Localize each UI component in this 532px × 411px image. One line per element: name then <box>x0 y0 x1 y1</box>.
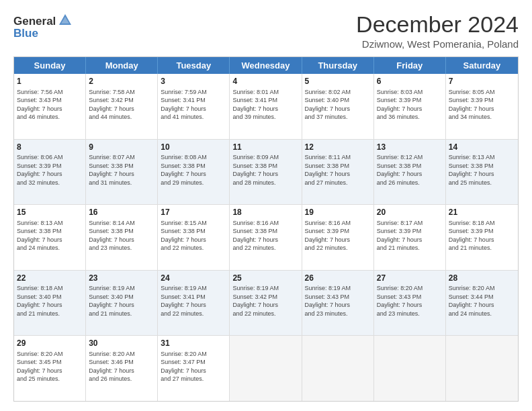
logo-icon <box>58 13 73 28</box>
sun-info: Sunrise: 8:19 AM Sunset: 3:42 PM Dayligh… <box>232 284 298 318</box>
day-thursday: Thursday <box>302 57 374 74</box>
cal-cell: 25Sunrise: 8:19 AM Sunset: 3:42 PM Dayli… <box>230 271 302 336</box>
cal-week-4: 22Sunrise: 8:18 AM Sunset: 3:40 PM Dayli… <box>14 271 518 336</box>
day-number: 14 <box>449 142 515 152</box>
sun-info: Sunrise: 8:19 AM Sunset: 3:43 PM Dayligh… <box>305 284 371 318</box>
day-number: 30 <box>89 338 154 349</box>
sun-info: Sunrise: 8:20 AM Sunset: 3:43 PM Dayligh… <box>377 284 443 318</box>
sun-info: Sunrise: 8:13 AM Sunset: 3:38 PM Dayligh… <box>449 153 515 187</box>
sun-info: Sunrise: 8:17 AM Sunset: 3:39 PM Dayligh… <box>377 219 443 253</box>
sun-info: Sunrise: 8:15 AM Sunset: 3:38 PM Dayligh… <box>161 219 226 253</box>
day-number: 21 <box>449 207 515 218</box>
day-number: 13 <box>377 142 443 152</box>
day-number: 29 <box>17 338 83 349</box>
cal-cell: 15Sunrise: 8:13 AM Sunset: 3:38 PM Dayli… <box>14 205 86 270</box>
cal-cell: 29Sunrise: 8:20 AM Sunset: 3:45 PM Dayli… <box>14 336 86 401</box>
sun-info: Sunrise: 8:16 AM Sunset: 3:38 PM Dayligh… <box>232 219 298 253</box>
cal-cell: 8Sunrise: 8:06 AM Sunset: 3:39 PM Daylig… <box>14 140 86 205</box>
cal-cell: 2Sunrise: 7:58 AM Sunset: 3:42 PM Daylig… <box>86 74 158 139</box>
sun-info: Sunrise: 8:07 AM Sunset: 3:38 PM Dayligh… <box>89 153 154 187</box>
day-number: 10 <box>161 142 226 152</box>
day-number: 24 <box>161 273 226 283</box>
cal-cell: 4Sunrise: 8:01 AM Sunset: 3:41 PM Daylig… <box>230 74 302 139</box>
cal-cell: 11Sunrise: 8:09 AM Sunset: 3:38 PM Dayli… <box>230 140 302 205</box>
sun-info: Sunrise: 8:16 AM Sunset: 3:39 PM Dayligh… <box>305 219 371 253</box>
logo-text: General <box>13 15 56 28</box>
day-number: 6 <box>377 76 443 87</box>
sun-info: Sunrise: 8:06 AM Sunset: 3:39 PM Dayligh… <box>17 153 83 187</box>
calendar: Sunday Monday Tuesday Wednesday Thursday… <box>13 56 519 402</box>
day-number: 19 <box>305 207 371 218</box>
cal-cell: 3Sunrise: 7:59 AM Sunset: 3:41 PM Daylig… <box>158 74 230 139</box>
cal-cell: 16Sunrise: 8:14 AM Sunset: 3:38 PM Dayli… <box>86 205 158 270</box>
day-number: 25 <box>232 273 298 283</box>
day-monday: Monday <box>86 57 158 74</box>
cal-cell: 27Sunrise: 8:20 AM Sunset: 3:43 PM Dayli… <box>374 271 446 336</box>
cal-cell: 22Sunrise: 8:18 AM Sunset: 3:40 PM Dayli… <box>14 271 86 336</box>
cal-cell: 30Sunrise: 8:20 AM Sunset: 3:46 PM Dayli… <box>86 336 158 401</box>
cal-cell <box>374 336 446 401</box>
day-number: 4 <box>232 76 298 87</box>
sun-info: Sunrise: 8:20 AM Sunset: 3:46 PM Dayligh… <box>89 350 154 383</box>
day-number: 11 <box>232 142 298 152</box>
cal-cell: 6Sunrise: 8:03 AM Sunset: 3:39 PM Daylig… <box>374 74 446 139</box>
sun-info: Sunrise: 8:11 AM Sunset: 3:38 PM Dayligh… <box>305 153 371 187</box>
calendar-header: Sunday Monday Tuesday Wednesday Thursday… <box>14 57 518 74</box>
cal-cell: 9Sunrise: 8:07 AM Sunset: 3:38 PM Daylig… <box>86 140 158 205</box>
sun-info: Sunrise: 8:05 AM Sunset: 3:39 PM Dayligh… <box>449 88 515 122</box>
cal-cell: 1Sunrise: 7:56 AM Sunset: 3:43 PM Daylig… <box>14 74 86 139</box>
sun-info: Sunrise: 8:18 AM Sunset: 3:40 PM Dayligh… <box>17 284 83 318</box>
sun-info: Sunrise: 8:02 AM Sunset: 3:40 PM Dayligh… <box>305 88 371 122</box>
logo: General Blue <box>13 15 73 40</box>
day-number: 20 <box>377 207 443 218</box>
day-number: 17 <box>161 207 226 218</box>
cal-cell: 19Sunrise: 8:16 AM Sunset: 3:39 PM Dayli… <box>302 205 374 270</box>
day-number: 5 <box>305 76 371 87</box>
day-number: 2 <box>89 76 154 87</box>
cal-cell: 26Sunrise: 8:19 AM Sunset: 3:43 PM Dayli… <box>302 271 374 336</box>
sun-info: Sunrise: 8:09 AM Sunset: 3:38 PM Dayligh… <box>232 153 298 187</box>
day-number: 8 <box>17 142 83 152</box>
day-number: 27 <box>377 273 443 283</box>
cal-cell: 18Sunrise: 8:16 AM Sunset: 3:38 PM Dayli… <box>230 205 302 270</box>
subtitle: Dziwnow, West Pomerania, Poland <box>356 38 519 50</box>
cal-cell: 24Sunrise: 8:19 AM Sunset: 3:41 PM Dayli… <box>158 271 230 336</box>
logo-line2: Blue <box>13 27 73 40</box>
sun-info: Sunrise: 8:14 AM Sunset: 3:38 PM Dayligh… <box>89 219 154 253</box>
day-number: 22 <box>17 273 83 283</box>
title-block: December 2024 Dziwnow, West Pomerania, P… <box>356 12 519 50</box>
sun-info: Sunrise: 8:08 AM Sunset: 3:38 PM Dayligh… <box>161 153 226 187</box>
day-number: 28 <box>449 273 515 283</box>
day-number: 1 <box>17 76 83 87</box>
day-number: 3 <box>161 76 226 87</box>
cal-cell: 31Sunrise: 8:20 AM Sunset: 3:47 PM Dayli… <box>158 336 230 401</box>
sun-info: Sunrise: 8:19 AM Sunset: 3:40 PM Dayligh… <box>89 284 154 318</box>
day-tuesday: Tuesday <box>158 57 230 74</box>
day-saturday: Saturday <box>446 57 518 74</box>
day-number: 12 <box>305 142 371 152</box>
cal-cell: 7Sunrise: 8:05 AM Sunset: 3:39 PM Daylig… <box>446 74 518 139</box>
sun-info: Sunrise: 7:59 AM Sunset: 3:41 PM Dayligh… <box>161 88 226 122</box>
cal-cell: 5Sunrise: 8:02 AM Sunset: 3:40 PM Daylig… <box>302 74 374 139</box>
cal-cell <box>446 336 518 401</box>
day-friday: Friday <box>374 57 446 74</box>
day-number: 31 <box>161 338 226 349</box>
day-sunday: Sunday <box>14 57 86 74</box>
header: General Blue December 2024 Dziwnow, West… <box>13 12 519 50</box>
cal-cell: 21Sunrise: 8:18 AM Sunset: 3:39 PM Dayli… <box>446 205 518 270</box>
cal-cell: 12Sunrise: 8:11 AM Sunset: 3:38 PM Dayli… <box>302 140 374 205</box>
sun-info: Sunrise: 8:01 AM Sunset: 3:41 PM Dayligh… <box>232 88 298 122</box>
cal-cell: 17Sunrise: 8:15 AM Sunset: 3:38 PM Dayli… <box>158 205 230 270</box>
day-number: 7 <box>449 76 515 87</box>
cal-cell <box>302 336 374 401</box>
day-number: 16 <box>89 207 154 218</box>
main-title: December 2024 <box>356 12 519 37</box>
sun-info: Sunrise: 8:03 AM Sunset: 3:39 PM Dayligh… <box>377 88 443 122</box>
cal-cell: 23Sunrise: 8:19 AM Sunset: 3:40 PM Dayli… <box>86 271 158 336</box>
sun-info: Sunrise: 7:58 AM Sunset: 3:42 PM Dayligh… <box>89 88 154 122</box>
sun-info: Sunrise: 8:19 AM Sunset: 3:41 PM Dayligh… <box>161 284 226 318</box>
cal-week-5: 29Sunrise: 8:20 AM Sunset: 3:45 PM Dayli… <box>14 336 518 401</box>
day-number: 18 <box>232 207 298 218</box>
day-number: 9 <box>89 142 154 152</box>
cal-week-2: 8Sunrise: 8:06 AM Sunset: 3:39 PM Daylig… <box>14 140 518 205</box>
